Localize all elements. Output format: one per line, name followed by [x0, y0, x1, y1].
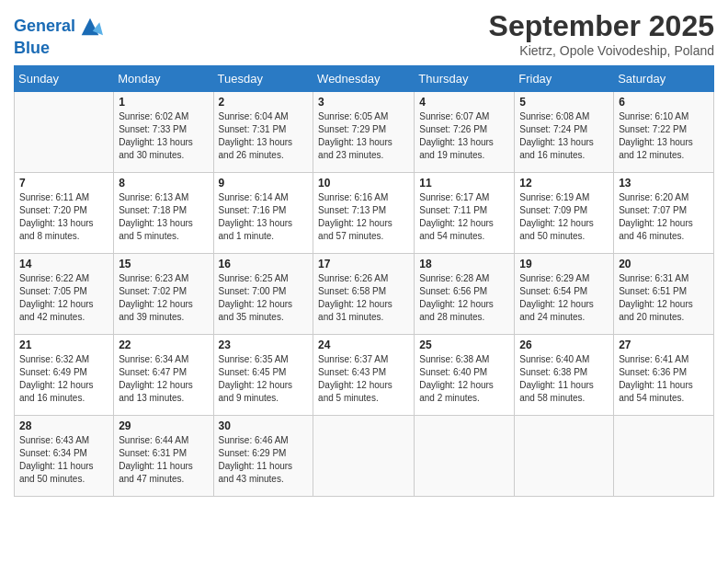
calendar-cell: 15Sunrise: 6:23 AMSunset: 7:02 PMDayligh… [114, 254, 213, 335]
header-wednesday: Wednesday [313, 66, 415, 92]
day-info: Sunrise: 6:08 AMSunset: 7:24 PMDaylight:… [519, 110, 609, 162]
title-block: September 2025 Kietrz, Opole Voivodeship… [489, 9, 714, 58]
calendar-header-row: SundayMondayTuesdayWednesdayThursdayFrid… [15, 66, 714, 92]
calendar-cell: 7Sunrise: 6:11 AMSunset: 7:20 PMDaylight… [15, 173, 114, 254]
header-thursday: Thursday [415, 66, 515, 92]
logo: General Blue [14, 14, 105, 58]
day-number: 13 [619, 177, 709, 190]
calendar-cell [614, 416, 714, 497]
calendar-cell [415, 416, 515, 497]
day-number: 7 [19, 177, 108, 190]
calendar-cell [313, 416, 415, 497]
page-header: General Blue September 2025 Kietrz, Opol… [14, 9, 714, 58]
calendar-cell: 28Sunrise: 6:43 AMSunset: 6:34 PMDayligh… [15, 416, 114, 497]
calendar-cell: 4Sunrise: 6:07 AMSunset: 7:26 PMDaylight… [415, 92, 515, 173]
day-number: 26 [519, 339, 609, 351]
location: Kietrz, Opole Voivodeship, Poland [489, 43, 714, 58]
calendar-cell: 24Sunrise: 6:37 AMSunset: 6:43 PMDayligh… [313, 335, 415, 416]
header-friday: Friday [515, 66, 614, 92]
calendar-cell: 29Sunrise: 6:44 AMSunset: 6:31 PMDayligh… [114, 416, 213, 497]
day-info: Sunrise: 6:26 AMSunset: 6:58 PMDaylight:… [318, 272, 409, 324]
day-number: 16 [219, 258, 309, 270]
day-info: Sunrise: 6:46 AMSunset: 6:29 PMDaylight:… [219, 434, 309, 486]
day-number: 29 [119, 419, 208, 432]
day-info: Sunrise: 6:04 AMSunset: 7:31 PMDaylight:… [219, 110, 309, 162]
calendar-cell: 2Sunrise: 6:04 AMSunset: 7:31 PMDaylight… [213, 92, 313, 173]
day-number: 10 [318, 177, 409, 190]
calendar-cell: 22Sunrise: 6:34 AMSunset: 6:47 PMDayligh… [114, 335, 213, 416]
calendar-cell: 10Sunrise: 6:16 AMSunset: 7:13 PMDayligh… [313, 173, 415, 254]
header-sunday: Sunday [15, 66, 114, 92]
day-info: Sunrise: 6:35 AMSunset: 6:45 PMDaylight:… [219, 353, 309, 405]
calendar-week-2: 7Sunrise: 6:11 AMSunset: 7:20 PMDaylight… [15, 173, 714, 254]
calendar-cell [515, 416, 614, 497]
calendar-cell: 11Sunrise: 6:17 AMSunset: 7:11 PMDayligh… [415, 173, 515, 254]
day-number: 15 [119, 258, 208, 270]
day-number: 6 [619, 96, 709, 109]
calendar-cell: 25Sunrise: 6:38 AMSunset: 6:40 PMDayligh… [415, 335, 515, 416]
day-info: Sunrise: 6:11 AMSunset: 7:20 PMDaylight:… [19, 191, 108, 243]
day-info: Sunrise: 6:28 AMSunset: 6:56 PMDaylight:… [419, 272, 509, 324]
day-info: Sunrise: 6:16 AMSunset: 7:13 PMDaylight:… [318, 191, 409, 243]
logo-text: General [14, 14, 105, 40]
day-info: Sunrise: 6:17 AMSunset: 7:11 PMDaylight:… [419, 191, 509, 243]
calendar-cell: 20Sunrise: 6:31 AMSunset: 6:51 PMDayligh… [614, 254, 714, 335]
calendar-week-3: 14Sunrise: 6:22 AMSunset: 7:05 PMDayligh… [15, 254, 714, 335]
calendar-cell: 8Sunrise: 6:13 AMSunset: 7:18 PMDaylight… [114, 173, 213, 254]
day-info: Sunrise: 6:40 AMSunset: 6:38 PMDaylight:… [519, 353, 609, 405]
day-number: 17 [318, 258, 409, 270]
day-info: Sunrise: 6:32 AMSunset: 6:49 PMDaylight:… [19, 353, 108, 405]
day-number: 5 [519, 96, 609, 109]
day-info: Sunrise: 6:29 AMSunset: 6:54 PMDaylight:… [519, 272, 609, 324]
day-info: Sunrise: 6:19 AMSunset: 7:09 PMDaylight:… [519, 191, 609, 243]
day-info: Sunrise: 6:14 AMSunset: 7:16 PMDaylight:… [219, 191, 309, 243]
calendar-cell [15, 92, 114, 173]
day-number: 18 [419, 258, 509, 270]
calendar-cell: 30Sunrise: 6:46 AMSunset: 6:29 PMDayligh… [213, 416, 313, 497]
day-number: 9 [219, 177, 309, 190]
day-info: Sunrise: 6:05 AMSunset: 7:29 PMDaylight:… [318, 110, 409, 162]
day-info: Sunrise: 6:43 AMSunset: 6:34 PMDaylight:… [19, 434, 108, 486]
header-monday: Monday [114, 66, 213, 92]
calendar-cell: 18Sunrise: 6:28 AMSunset: 6:56 PMDayligh… [415, 254, 515, 335]
calendar-body: 1Sunrise: 6:02 AMSunset: 7:33 PMDaylight… [15, 92, 714, 497]
day-info: Sunrise: 6:22 AMSunset: 7:05 PMDaylight:… [19, 272, 108, 324]
day-info: Sunrise: 6:44 AMSunset: 6:31 PMDaylight:… [119, 434, 208, 486]
day-number: 28 [19, 419, 108, 432]
day-info: Sunrise: 6:31 AMSunset: 6:51 PMDaylight:… [619, 272, 709, 324]
day-info: Sunrise: 6:38 AMSunset: 6:40 PMDaylight:… [419, 353, 509, 405]
calendar-cell: 16Sunrise: 6:25 AMSunset: 7:00 PMDayligh… [213, 254, 313, 335]
calendar-week-1: 1Sunrise: 6:02 AMSunset: 7:33 PMDaylight… [15, 92, 714, 173]
day-info: Sunrise: 6:02 AMSunset: 7:33 PMDaylight:… [119, 110, 208, 162]
day-info: Sunrise: 6:41 AMSunset: 6:36 PMDaylight:… [619, 353, 709, 405]
day-number: 21 [19, 339, 108, 351]
calendar-week-5: 28Sunrise: 6:43 AMSunset: 6:34 PMDayligh… [15, 416, 714, 497]
calendar-cell: 3Sunrise: 6:05 AMSunset: 7:29 PMDaylight… [313, 92, 415, 173]
day-number: 14 [19, 258, 108, 270]
calendar-cell: 19Sunrise: 6:29 AMSunset: 6:54 PMDayligh… [515, 254, 614, 335]
calendar-cell: 27Sunrise: 6:41 AMSunset: 6:36 PMDayligh… [614, 335, 714, 416]
day-info: Sunrise: 6:34 AMSunset: 6:47 PMDaylight:… [119, 353, 208, 405]
day-number: 24 [318, 339, 409, 351]
calendar-cell: 6Sunrise: 6:10 AMSunset: 7:22 PMDaylight… [614, 92, 714, 173]
calendar-cell: 13Sunrise: 6:20 AMSunset: 7:07 PMDayligh… [614, 173, 714, 254]
calendar-cell: 12Sunrise: 6:19 AMSunset: 7:09 PMDayligh… [515, 173, 614, 254]
calendar-cell: 5Sunrise: 6:08 AMSunset: 7:24 PMDaylight… [515, 92, 614, 173]
day-number: 11 [419, 177, 509, 190]
logo-blue: Blue [14, 40, 105, 58]
day-info: Sunrise: 6:20 AMSunset: 7:07 PMDaylight:… [619, 191, 709, 243]
day-number: 1 [119, 96, 208, 109]
day-number: 19 [519, 258, 609, 270]
day-number: 3 [318, 96, 409, 109]
calendar-week-4: 21Sunrise: 6:32 AMSunset: 6:49 PMDayligh… [15, 335, 714, 416]
day-info: Sunrise: 6:37 AMSunset: 6:43 PMDaylight:… [318, 353, 409, 405]
day-info: Sunrise: 6:10 AMSunset: 7:22 PMDaylight:… [619, 110, 709, 162]
calendar-cell: 17Sunrise: 6:26 AMSunset: 6:58 PMDayligh… [313, 254, 415, 335]
calendar-cell: 1Sunrise: 6:02 AMSunset: 7:33 PMDaylight… [114, 92, 213, 173]
header-saturday: Saturday [614, 66, 714, 92]
calendar-cell: 14Sunrise: 6:22 AMSunset: 7:05 PMDayligh… [15, 254, 114, 335]
day-number: 25 [419, 339, 509, 351]
calendar-cell: 21Sunrise: 6:32 AMSunset: 6:49 PMDayligh… [15, 335, 114, 416]
day-number: 30 [219, 419, 309, 432]
day-number: 12 [519, 177, 609, 190]
